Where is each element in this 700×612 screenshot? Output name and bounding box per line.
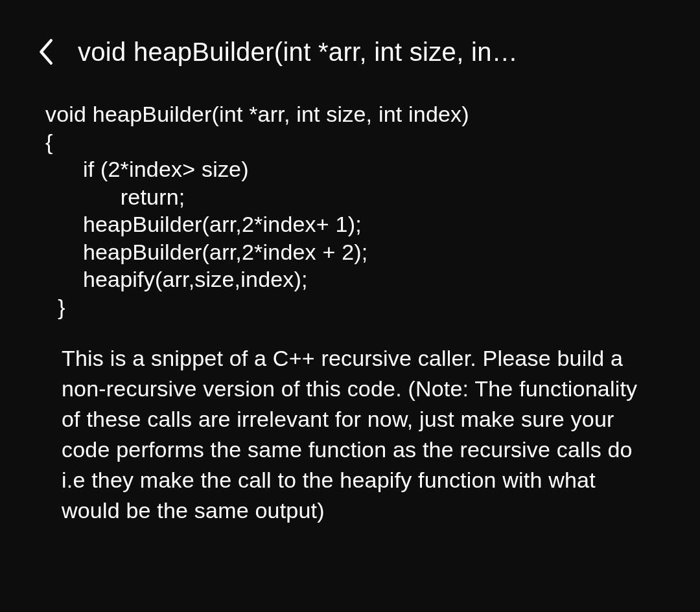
code-line: heapBuilder(arr,2*index + 2);: [45, 240, 368, 264]
code-line: {: [45, 130, 53, 154]
code-line: heapify(arr,size,index);: [45, 267, 308, 291]
code-line: }: [45, 295, 65, 319]
code-snippet: void heapBuilder(int *arr, int size, int…: [45, 100, 655, 321]
code-line: return;: [45, 185, 185, 209]
code-line: if (2*index> size): [45, 157, 249, 181]
page-title: void heapBuilder(int *arr, int size, in…: [78, 38, 518, 67]
question-description: This is a snippet of a C++ recursive cal…: [45, 343, 655, 525]
header-bar: void heapBuilder(int *arr, int size, in…: [0, 0, 700, 81]
content-area: void heapBuilder(int *arr, int size, int…: [0, 81, 700, 525]
chevron-left-icon: [36, 38, 54, 66]
back-button[interactable]: [36, 36, 55, 68]
code-line: heapBuilder(arr,2*index+ 1);: [45, 212, 362, 236]
code-line: void heapBuilder(int *arr, int size, int…: [45, 102, 469, 126]
